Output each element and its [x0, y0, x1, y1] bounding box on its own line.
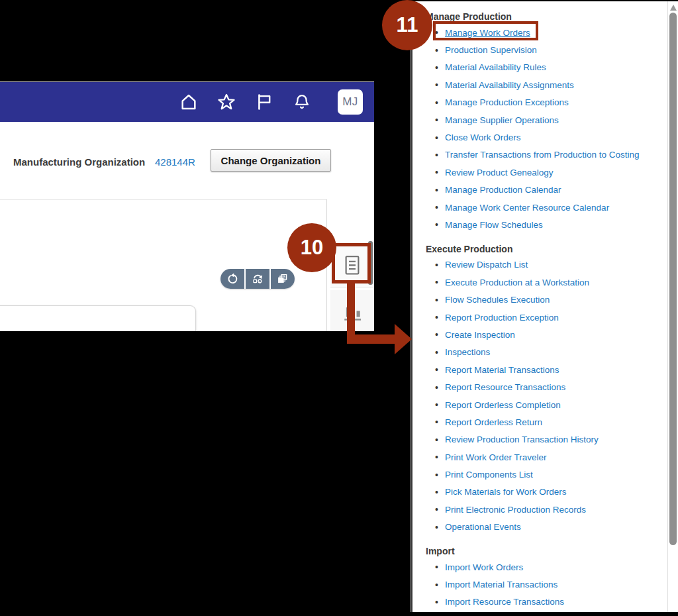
task-link[interactable]: Pick Materials for Work Orders: [445, 487, 567, 497]
task-link[interactable]: Report Orderless Completion: [445, 400, 561, 410]
task-link[interactable]: Report Production Exception: [445, 313, 559, 323]
task-list-item: Report Orderless Return: [412, 413, 667, 431]
callout-10-arrow-horizontal: [347, 334, 396, 344]
task-link[interactable]: Execute Production at a Workstation: [445, 278, 589, 287]
task-link[interactable]: Production Supervision: [445, 45, 537, 55]
task-list-item: Manage Flow Schedules: [412, 216, 667, 233]
content-divider: [0, 199, 327, 200]
task-link[interactable]: Close Work Orders: [445, 132, 521, 142]
task-link[interactable]: Inspections: [445, 347, 490, 357]
callout-10-badge: 10: [287, 223, 336, 272]
organization-value-link[interactable]: 428144R: [155, 156, 195, 168]
task-list-item: Create Inspection: [412, 326, 667, 343]
task-link[interactable]: Import Resource Transactions: [445, 597, 564, 607]
layers-icon[interactable]: [271, 269, 295, 289]
change-organization-button[interactable]: Change Organization: [211, 149, 331, 172]
global-header: MJ: [0, 82, 374, 122]
task-list-item: Operational Events: [412, 519, 667, 536]
task-list-item: Flow Schedules Execution: [412, 291, 667, 308]
task-list-item: Import Material Transactions: [412, 576, 667, 593]
task-list-item: Review Product Genealogy: [412, 164, 667, 181]
task-link[interactable]: Review Dispatch List: [445, 260, 528, 270]
task-link[interactable]: Print Components List: [445, 470, 533, 480]
favorites-star-icon[interactable]: [217, 93, 236, 111]
floating-toolbar: [220, 269, 295, 289]
tasks-side-panel: Manage ProductionManage Work OrdersProdu…: [411, 1, 678, 612]
scrollbar-up-arrow-icon[interactable]: [670, 5, 677, 11]
task-list-item: Inspections: [412, 344, 667, 361]
task-list-item: Import Resource Transactions: [412, 593, 667, 611]
task-list-item: Print Work Order Traveler: [412, 448, 667, 466]
user-avatar[interactable]: MJ: [338, 89, 363, 115]
task-list: Import Work OrdersImport Material Transa…: [412, 558, 667, 612]
task-section-title: Import: [426, 544, 667, 558]
task-link[interactable]: Print Work Order Traveler: [445, 452, 547, 462]
task-list-item: Print Electronic Production Records: [412, 501, 667, 518]
home-icon[interactable]: [179, 93, 198, 111]
task-link[interactable]: Manage Flow Schedules: [445, 220, 543, 230]
task-list-item: Manage Production Calendar: [412, 181, 667, 199]
task-list-item: Print Components List: [412, 466, 667, 483]
task-list-item: Transfer Transactions from Production to…: [412, 146, 667, 164]
task-link[interactable]: Manage Production Calendar: [445, 185, 561, 195]
callout-10-arrowhead: [395, 324, 412, 354]
task-section-title: Execute Production: [426, 242, 667, 256]
task-link[interactable]: Operational Events: [445, 522, 521, 532]
task-list-item: Execute Production at a Workstation: [412, 274, 667, 291]
organization-label: Manufacturing Organization: [13, 156, 145, 168]
screenshot-stage: MJ Manufacturing Organization 428144R Ch…: [0, 0, 678, 616]
task-link[interactable]: Import Work Orders: [445, 562, 523, 572]
task-link[interactable]: Review Production Transaction History: [445, 435, 599, 444]
task-link[interactable]: Report Orderless Return: [445, 417, 542, 427]
callout-10-highlight-box: [332, 243, 371, 283]
task-list-item: Manage Work Center Resource Calendar: [412, 199, 667, 216]
task-link[interactable]: Material Availability Assignments: [445, 80, 574, 90]
task-link[interactable]: Manage Production Exceptions: [445, 97, 569, 107]
callout-11-badge: 11: [382, 0, 432, 50]
task-list-item: Import Work Orders: [412, 558, 667, 576]
task-panel-content: Manage ProductionManage Work OrdersProdu…: [412, 1, 667, 612]
task-link[interactable]: Import Material Transactions: [445, 580, 557, 590]
task-link[interactable]: Create Inspection: [445, 330, 515, 340]
panel-scrollbar[interactable]: [667, 1, 678, 612]
flag-icon[interactable]: [255, 93, 273, 111]
task-list-item: Material Availability Assignments: [412, 76, 667, 93]
refresh-icon[interactable]: [220, 269, 244, 289]
notifications-bell-icon[interactable]: [293, 93, 311, 111]
callout-11-highlight-box: [433, 21, 538, 40]
task-link[interactable]: Report Material Transactions: [445, 365, 559, 375]
task-link[interactable]: Report Resource Transactions: [445, 382, 565, 392]
task-link[interactable]: Transfer Transactions from Production to…: [445, 150, 640, 160]
task-list-item: Production Supervision: [412, 41, 667, 58]
task-list-item: Manage Production Exceptions: [412, 94, 667, 111]
task-link[interactable]: Manage Supplier Operations: [445, 115, 559, 125]
organization-bar: Manufacturing Organization 428144R Chang…: [0, 122, 374, 199]
task-list-item: Report Orderless Completion: [412, 396, 667, 413]
task-list-item: Manage Supplier Operations: [412, 111, 667, 128]
task-list: Review Dispatch ListExecute Production a…: [412, 256, 667, 536]
app-window: MJ Manufacturing Organization 428144R Ch…: [0, 81, 374, 331]
task-list-item: Report Resource Transactions: [412, 378, 667, 395]
task-link[interactable]: Flow Schedules Execution: [445, 295, 550, 305]
bottom-panel-card: [0, 305, 196, 331]
task-list-item: Import Operation Transactions: [412, 611, 667, 612]
task-list-item: Material Availability Rules: [412, 59, 667, 76]
task-list-item: Close Work Orders: [412, 128, 667, 146]
task-list-item: Review Production Transaction History: [412, 431, 667, 448]
auto-refresh-icon[interactable]: [246, 269, 269, 289]
task-link[interactable]: Print Electronic Production Records: [445, 505, 586, 515]
task-link[interactable]: Material Availability Rules: [445, 62, 546, 72]
task-list: Manage Work OrdersProduction Supervision…: [412, 24, 667, 234]
task-list-item: Pick Materials for Work Orders: [412, 484, 667, 501]
task-list-item: Report Material Transactions: [412, 361, 667, 378]
task-link[interactable]: Manage Work Center Resource Calendar: [445, 203, 609, 213]
task-link[interactable]: Review Product Genealogy: [445, 168, 554, 178]
task-list-item: Report Production Exception: [412, 309, 667, 326]
panel-scrollbar-thumb[interactable]: [669, 13, 677, 545]
task-list-item: Review Dispatch List: [412, 256, 667, 274]
